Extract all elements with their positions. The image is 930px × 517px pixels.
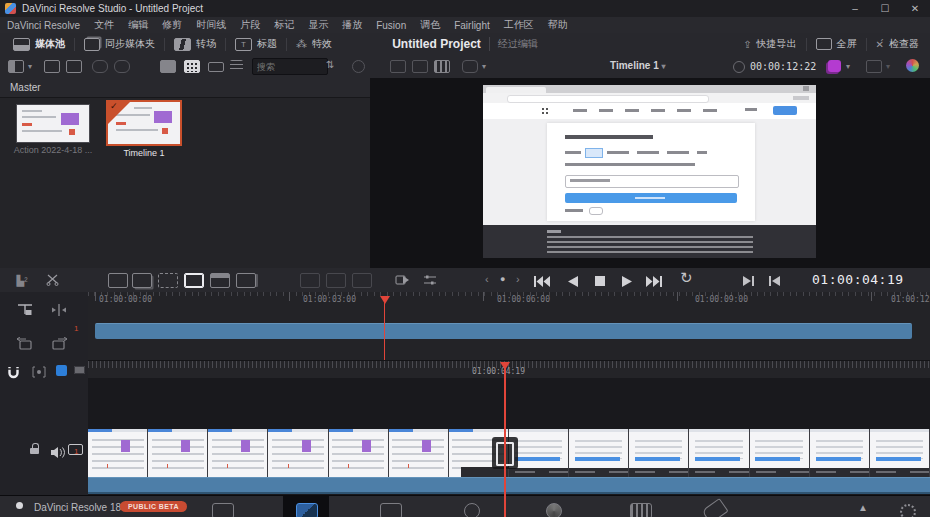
quick-export-button[interactable]: ⇪ 快捷导出 (734, 33, 805, 55)
menu-timeline[interactable]: 时间线 (189, 18, 233, 32)
sync-bins-button[interactable]: 同步媒体夹 (75, 33, 164, 55)
video-preview[interactable] (483, 85, 816, 258)
sync-icon[interactable] (92, 60, 108, 73)
minimize-button[interactable]: – (840, 0, 870, 17)
project-manager-icon[interactable]: ▲ (858, 502, 868, 513)
audio-track[interactable] (88, 477, 930, 494)
dual-viewer-icon[interactable] (412, 60, 428, 73)
filmstrip-frame[interactable] (389, 429, 449, 477)
track-audio-icon[interactable] (46, 442, 68, 462)
menu-workspace[interactable]: 工作区 (497, 18, 541, 32)
page-fairlight-icon[interactable] (630, 503, 652, 517)
first-frame-button[interactable] (532, 272, 552, 290)
filmstrip-frame[interactable] (208, 429, 268, 477)
marker-icon[interactable] (28, 362, 50, 382)
match-frame-button[interactable] (764, 272, 784, 290)
last-frame-button[interactable] (644, 272, 664, 290)
timeline-detail[interactable] (88, 378, 930, 495)
filmstrip-frame[interactable] (148, 429, 208, 477)
resize-icon[interactable] (866, 60, 882, 73)
overview-clip[interactable] (95, 323, 912, 339)
snap-magnet-icon[interactable] (2, 362, 24, 382)
refresh-icon[interactable] (352, 60, 365, 73)
flag-icon[interactable] (56, 365, 67, 376)
clip-view-icon[interactable] (8, 60, 24, 73)
clip-view-chevron-icon[interactable]: ▾ (28, 62, 32, 71)
ripple-trim-left-icon[interactable] (14, 334, 36, 354)
filmstrip-frame[interactable] (870, 429, 930, 477)
stop-button[interactable] (590, 272, 610, 290)
camera-icon[interactable] (462, 60, 478, 73)
overwrite-clip-icon[interactable] (132, 273, 152, 288)
strip-view-icon[interactable] (208, 62, 224, 72)
filmstrip-frame[interactable] (569, 429, 629, 477)
multicam-viewer-icon[interactable] (434, 60, 450, 73)
menu-file[interactable]: 文件 (87, 18, 121, 32)
trim-tool-icon[interactable] (48, 300, 70, 320)
menu-view[interactable]: 显示 (301, 18, 335, 32)
menu-playback[interactable]: 播放 (335, 18, 369, 32)
tool-camera-icon[interactable] (74, 366, 85, 374)
new-timeline-icon[interactable] (66, 60, 82, 73)
sort-icon[interactable]: ⇅ (326, 59, 334, 70)
thumbnail-view-icon[interactable] (184, 60, 200, 73)
overview-playhead-icon[interactable] (380, 296, 390, 304)
color-wheel-icon[interactable] (906, 59, 919, 72)
timeline-overview[interactable]: 01:00:00:00 01:00:03:00 01:00:06:00 01:0… (88, 292, 930, 360)
filmstrip-frame[interactable] (509, 429, 569, 477)
menu-fusion[interactable]: Fusion (369, 20, 413, 31)
play-reverse-button[interactable] (562, 272, 582, 290)
menu-trim[interactable]: 修剪 (155, 18, 189, 32)
timeline-options-icon[interactable]: ▙² (12, 271, 32, 289)
filmstrip-frame[interactable] (88, 429, 148, 477)
place-on-top-icon[interactable] (210, 273, 230, 288)
clip-color-icon[interactable] (828, 60, 841, 72)
close-button[interactable]: ✕ (900, 0, 930, 17)
replace-clip-icon[interactable] (158, 273, 178, 288)
filmstrip-frame[interactable] (810, 429, 870, 477)
ripple-trim-right-icon[interactable] (48, 334, 70, 354)
media-pool-button[interactable]: 媒体池 (4, 33, 74, 55)
menu-clip[interactable]: 片段 (233, 18, 267, 32)
playhead-icon[interactable] (500, 362, 510, 370)
camera-chevron-icon[interactable]: ▾ (482, 62, 486, 71)
menu-davinci-resolve[interactable]: DaVinci Resolve (0, 20, 87, 31)
maximize-button[interactable]: ☐ (870, 0, 900, 17)
filmstrip-view-icon[interactable] (160, 60, 176, 73)
inspector-button[interactable]: ✕́ 检查器 (867, 33, 928, 55)
bin-title[interactable]: Master (10, 82, 41, 93)
filmstrip-frame[interactable] (629, 429, 689, 477)
list-view-icon[interactable] (230, 60, 243, 71)
menu-help[interactable]: 帮助 (541, 18, 575, 32)
effects-button[interactable]: ⁂ 特效 (287, 33, 341, 55)
menu-fairlight[interactable]: Fairlight (447, 20, 497, 31)
filmstrip-frame[interactable] (268, 429, 328, 477)
page-deliver-icon[interactable] (701, 498, 728, 517)
titles-button[interactable]: T 标题 (226, 33, 286, 55)
filmstrip-frame[interactable] (689, 429, 749, 477)
playhead-lock-tool-icon[interactable] (14, 300, 36, 320)
retime-controls-icon[interactable] (420, 271, 440, 289)
page-media-icon[interactable] (212, 503, 234, 517)
page-edit-icon[interactable] (380, 503, 402, 517)
resize-chevron-icon[interactable]: ▾ (886, 62, 890, 71)
timeline-selector[interactable]: Timeline 1 ▾ (610, 60, 666, 71)
menu-edit[interactable]: 编辑 (121, 18, 155, 32)
user-icon[interactable] (16, 502, 23, 509)
loop-button[interactable]: ↻ (680, 269, 693, 287)
new-bin-icon[interactable] (44, 60, 60, 73)
render-in-place-icon[interactable] (392, 271, 412, 289)
jog-dot-icon[interactable]: ● (500, 274, 505, 284)
fullscreen-button[interactable]: 全屏 (807, 33, 866, 55)
timeline-clip[interactable]: Timeline 1 (106, 100, 182, 162)
search-input[interactable] (252, 58, 328, 75)
play-button[interactable] (617, 272, 637, 290)
fit-to-fill-icon[interactable] (184, 273, 204, 288)
menu-color[interactable]: 调色 (413, 18, 447, 32)
settings-gear-icon[interactable] (900, 504, 916, 517)
ripple-overwrite-icon[interactable] (236, 273, 256, 288)
relink-icon[interactable] (114, 60, 130, 73)
clip-color-chevron-icon[interactable]: ▾ (846, 62, 850, 71)
filmstrip-frame[interactable] (750, 429, 810, 477)
jog-forward-icon[interactable]: › (516, 273, 520, 285)
